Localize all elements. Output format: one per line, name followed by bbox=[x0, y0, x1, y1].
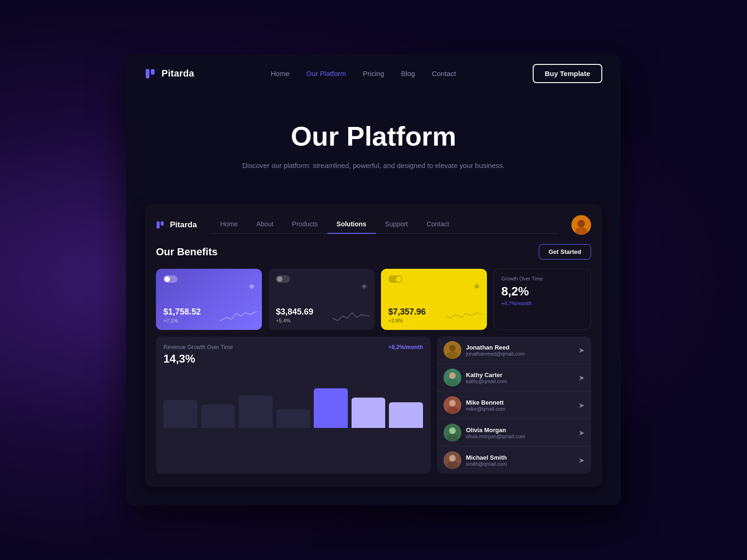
buy-template-button[interactable]: Buy Template bbox=[533, 64, 602, 83]
svg-rect-1 bbox=[151, 69, 155, 75]
user-avatar[interactable] bbox=[571, 215, 591, 235]
nav-item-blog[interactable]: Blog bbox=[401, 70, 415, 78]
toggle-2[interactable] bbox=[276, 275, 290, 283]
bar-chart bbox=[163, 372, 423, 428]
bar-5 bbox=[314, 388, 348, 428]
bar-2 bbox=[201, 405, 235, 428]
svg-point-11 bbox=[449, 372, 456, 379]
contact-name-5: Michael Smith bbox=[466, 454, 574, 461]
svg-rect-2 bbox=[157, 221, 160, 229]
contact-row-2: Kathy Carter kathy@qmail.com ➤ bbox=[437, 364, 591, 392]
nav-item-pricing[interactable]: Pricing bbox=[363, 70, 384, 78]
contact-info-4: Olivia Morgan olivia.morgan@qmail.com bbox=[466, 427, 574, 439]
svg-point-18 bbox=[447, 434, 458, 441]
browser-window: Pitarda Home Our Platform Pricing Blog C… bbox=[126, 55, 621, 505]
benefits-title: Our Benefits bbox=[156, 246, 218, 258]
bar-1 bbox=[163, 400, 197, 428]
contact-email-2: kathy@qmail.com bbox=[466, 378, 574, 384]
benefits-header: Our Benefits Get Started bbox=[156, 244, 591, 259]
inner-logo-icon bbox=[156, 220, 166, 230]
toggle-1[interactable] bbox=[163, 275, 177, 283]
contact-info-5: Michael Smith smith@qmail.com bbox=[466, 454, 574, 467]
growth-card: Growth Over Time 8,2% +4.7%/month bbox=[493, 269, 591, 330]
growth-sub: +4.7%/month bbox=[501, 301, 583, 306]
brand-name: Pitarda bbox=[162, 68, 194, 79]
contact-row-4: Olivia Morgan olivia.morgan@qmail.com ➤ bbox=[437, 419, 591, 447]
send-icon-5[interactable]: ➤ bbox=[578, 456, 585, 465]
contact-info-1: Jonathan Reed jonathanreed@qmail.com bbox=[466, 344, 574, 357]
top-navigation: Pitarda Home Our Platform Pricing Blog C… bbox=[126, 55, 621, 92]
contact-name-4: Olivia Morgan bbox=[466, 427, 574, 434]
bottom-row: Revenue Growth Over Time +8,2%/month 14,… bbox=[156, 336, 591, 474]
nav-item-platform[interactable]: Our Platform bbox=[306, 70, 346, 78]
growth-label: Growth Over Time bbox=[501, 276, 583, 281]
logo-area: Pitarda bbox=[145, 67, 194, 80]
contact-avatar-4 bbox=[444, 424, 461, 441]
svg-rect-3 bbox=[161, 221, 163, 225]
chart-1 bbox=[220, 309, 257, 325]
contact-avatar-3 bbox=[444, 396, 461, 414]
wave-icon-2: ◈ bbox=[361, 281, 367, 290]
send-icon-2[interactable]: ➤ bbox=[578, 373, 585, 382]
contact-row-5: Michael Smith smith@qmail.com ➤ bbox=[437, 447, 591, 474]
bar-7 bbox=[389, 402, 423, 428]
inner-nav-links: Home About Products Solutions Support Co… bbox=[211, 217, 557, 234]
chart-3 bbox=[445, 309, 482, 325]
inner-nav-support[interactable]: Support bbox=[376, 217, 417, 233]
inner-nav-solutions[interactable]: Solutions bbox=[327, 217, 376, 233]
contact-info-3: Mike Bennett mike@qmail.com bbox=[466, 399, 574, 412]
chart-2 bbox=[332, 309, 370, 325]
svg-point-20 bbox=[449, 455, 456, 462]
get-started-button[interactable]: Get Started bbox=[539, 244, 591, 259]
svg-point-14 bbox=[449, 400, 456, 406]
wave-icon-3: ◈ bbox=[474, 281, 479, 290]
nav-item-home[interactable]: Home bbox=[271, 70, 289, 78]
contact-name-3: Mike Bennett bbox=[466, 399, 574, 406]
svg-point-21 bbox=[447, 462, 458, 469]
inner-nav-about[interactable]: About bbox=[247, 217, 283, 233]
hero-title: Our Platform bbox=[145, 120, 602, 152]
send-icon-1[interactable]: ➤ bbox=[578, 346, 585, 355]
contact-name-2: Kathy Carter bbox=[466, 371, 574, 378]
contact-email-5: smith@qmail.com bbox=[466, 461, 574, 467]
inner-nav-home[interactable]: Home bbox=[211, 217, 247, 233]
bar-6 bbox=[352, 398, 386, 428]
contact-row-1: Jonathan Reed jonathanreed@qmail.com ➤ bbox=[437, 336, 591, 364]
wave-icon-1: ◈ bbox=[249, 281, 254, 290]
avatar-image bbox=[571, 215, 591, 235]
stat-card-2: ◈ $3,845.69 +5.4% bbox=[268, 269, 374, 330]
nav-item-contact[interactable]: Contact bbox=[432, 70, 456, 78]
svg-point-12 bbox=[447, 379, 458, 386]
chart-highlight: +8,2%/month bbox=[388, 344, 423, 350]
dashboard-card: Pitarda Home About Products Solutions Su… bbox=[145, 204, 602, 487]
send-icon-3[interactable]: ➤ bbox=[578, 401, 585, 410]
contact-avatar-5 bbox=[444, 451, 461, 469]
top-nav-links: Home Our Platform Pricing Blog Contact bbox=[271, 70, 456, 78]
contact-email-4: olivia.morgan@qmail.com bbox=[466, 434, 574, 439]
contact-avatar-1 bbox=[444, 341, 461, 359]
growth-value: 8,2% bbox=[501, 284, 583, 299]
stat-card-1: ◈ $1,758.52 +7.1% bbox=[156, 269, 262, 330]
svg-point-17 bbox=[449, 427, 456, 434]
stat-cards-row: ◈ $1,758.52 +7.1% ◈ $3,845.69 +5.4% bbox=[156, 269, 591, 330]
svg-point-9 bbox=[447, 351, 458, 359]
hero-subtitle: Discover our platform: streamlined, powe… bbox=[145, 160, 602, 171]
inner-nav-contact[interactable]: Contact bbox=[417, 217, 458, 233]
revenue-chart-card: Revenue Growth Over Time +8,2%/month 14,… bbox=[156, 336, 430, 474]
chart-header: Revenue Growth Over Time +8,2%/month bbox=[163, 344, 423, 350]
contact-email-1: jonathanreed@qmail.com bbox=[466, 351, 574, 357]
svg-point-8 bbox=[449, 345, 456, 351]
svg-point-15 bbox=[447, 406, 458, 414]
inner-brand-name: Pitarda bbox=[170, 220, 197, 230]
toggle-3[interactable] bbox=[388, 275, 402, 283]
send-icon-4[interactable]: ➤ bbox=[578, 428, 585, 437]
bar-3 bbox=[239, 395, 273, 428]
chart-value: 14,3% bbox=[163, 352, 423, 365]
inner-logo: Pitarda bbox=[156, 220, 197, 230]
inner-nav-products[interactable]: Products bbox=[283, 217, 327, 233]
inner-navigation: Pitarda Home About Products Solutions Su… bbox=[156, 215, 591, 235]
svg-point-5 bbox=[578, 220, 585, 227]
contact-name-1: Jonathan Reed bbox=[466, 344, 574, 351]
hero-section: Our Platform Discover our platform: stre… bbox=[126, 92, 621, 190]
chart-title: Revenue Growth Over Time bbox=[163, 344, 233, 350]
